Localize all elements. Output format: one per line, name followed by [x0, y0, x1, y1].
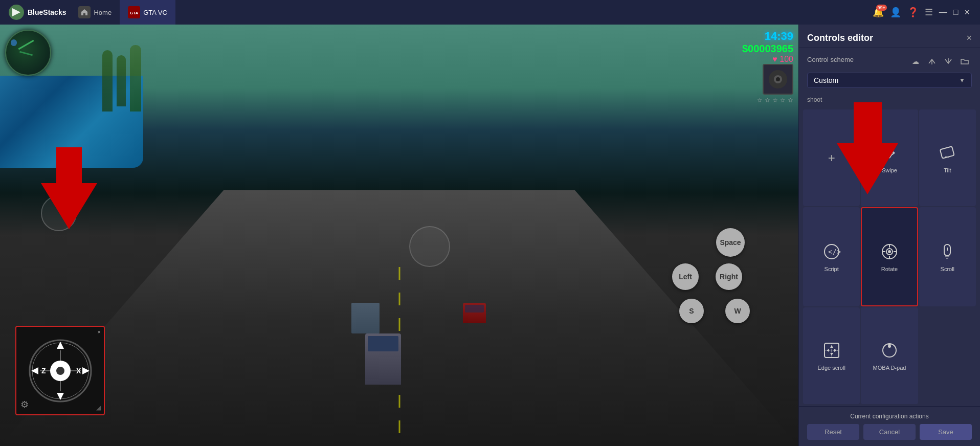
touch-circle-right[interactable] [409, 226, 450, 267]
script-control-item[interactable]: </> Script [803, 207, 860, 306]
save-button[interactable]: Save [920, 424, 972, 440]
hud-money: $00003965 [742, 43, 793, 55]
window-close-button[interactable]: × [964, 7, 970, 18]
control-scheme-section: Control scheme ☁ Custom ▼ [799, 48, 980, 94]
hud-health: ♥ 100 [742, 55, 793, 64]
edge-scroll-icon [821, 340, 842, 361]
home-tab-label: Home [94, 9, 112, 16]
svg-marker-47 [834, 349, 837, 352]
shoot-label: shoot [799, 94, 980, 107]
maximize-button[interactable]: □ [953, 8, 959, 17]
top-bar: BlueStacks Home GTA GTA VC 🔔 99+ 👤 ❓ ☰ —… [0, 0, 980, 25]
panel-close-button[interactable]: × [966, 33, 972, 43]
tab-home[interactable]: Home [70, 0, 120, 25]
left-button[interactable]: Left [672, 263, 699, 290]
home-tab-icon [78, 6, 91, 18]
scroll-control-item[interactable]: Scroll [919, 207, 976, 306]
rotate-close-button[interactable]: × [98, 329, 101, 335]
swipe-label: Swipe [882, 167, 897, 173]
hud-top-right: 14:39 $00003965 ♥ 100 ☆☆☆☆☆ [742, 30, 793, 104]
svg-point-32 [888, 250, 891, 253]
tilt-icon [937, 143, 957, 163]
export-button[interactable] [925, 54, 939, 69]
svg-marker-45 [830, 353, 833, 355]
scroll-label-item: Scroll [941, 266, 955, 272]
svg-point-6 [776, 77, 780, 81]
footer-buttons: Reset Cancel Save [807, 424, 972, 440]
svg-text:GTA: GTA [130, 11, 139, 15]
svg-marker-44 [830, 345, 833, 348]
swipe-control-item[interactable]: Swipe [861, 109, 918, 206]
gta-tab-icon: GTA [128, 6, 140, 18]
w-button[interactable]: W [725, 299, 750, 323]
cancel-button[interactable]: Cancel [863, 424, 916, 440]
wanted-stars: ☆☆☆☆☆ [742, 97, 793, 104]
gta-tab-label: GTA VC [143, 9, 167, 16]
add-control-button[interactable]: + [803, 109, 860, 206]
logo-area: BlueStacks [4, 4, 70, 20]
rotate-control-item[interactable]: Rotate [861, 207, 918, 306]
svg-point-10 [56, 367, 64, 375]
scheme-dropdown[interactable]: Custom ▼ [807, 73, 972, 88]
s-button[interactable]: S [679, 299, 704, 323]
panel-title: Controls editor [807, 33, 873, 43]
add-icon: + [828, 151, 835, 165]
scheme-label: Control scheme [807, 56, 854, 63]
controls-grid: + Swipe [799, 107, 980, 406]
app-name: BlueStacks [28, 8, 66, 16]
tab-gta[interactable]: GTA GTA VC [120, 0, 175, 25]
rotate-wheel-icon: Z X [27, 338, 94, 404]
red-car [463, 303, 486, 323]
panel-header: Controls editor × [799, 25, 980, 48]
rotate-label: Rotate [881, 266, 898, 272]
moba-dpad-control-item[interactable]: MOBA D-pad [861, 307, 918, 404]
minimap: N [5, 30, 51, 76]
script-label: Script [825, 266, 839, 272]
edge-scroll-control-item[interactable]: Edge scroll [803, 307, 860, 404]
panel-footer: Current configuration actions Reset Canc… [799, 406, 980, 446]
rotate-control-overlay: × [15, 326, 105, 415]
swipe-icon [879, 143, 900, 163]
menu-icon[interactable]: ☰ [925, 7, 933, 18]
svg-text:</>: </> [828, 248, 841, 256]
help-icon[interactable]: ❓ [907, 7, 919, 18]
truck-vehicle [351, 303, 380, 333]
van-vehicle [365, 333, 401, 385]
svg-marker-46 [827, 349, 829, 352]
rotate-corner-handle[interactable]: ◢ [96, 404, 101, 411]
account-icon[interactable]: 👤 [890, 7, 901, 18]
top-right-controls: 🔔 99+ 👤 ❓ ☰ — □ × [873, 7, 976, 18]
moba-dpad-icon [879, 340, 900, 361]
svg-text:X: X [76, 367, 81, 375]
save-cloud-button[interactable]: ☁ [908, 54, 923, 69]
moba-dpad-label: MOBA D-pad [873, 365, 906, 371]
folder-button[interactable] [957, 54, 972, 69]
edge-scroll-label: Edge scroll [817, 365, 845, 371]
rotate-settings-icon[interactable]: ⚙ [20, 399, 29, 410]
svg-text:Z: Z [41, 367, 46, 375]
background-scenery [102, 40, 696, 122]
tilt-control-item[interactable]: Tilt [919, 109, 976, 206]
minimize-button[interactable]: — [939, 8, 947, 17]
game-area: N 14:39 $00003965 ♥ 100 ☆☆☆☆☆ Space [0, 25, 798, 446]
space-button[interactable]: Space [716, 228, 745, 257]
scroll-icon [937, 241, 957, 262]
right-button[interactable]: Right [716, 263, 742, 290]
bluestacks-logo-icon [8, 4, 25, 20]
scheme-action-icons: ☁ [908, 54, 972, 69]
main-content: N 14:39 $00003965 ♥ 100 ☆☆☆☆☆ Space [0, 25, 980, 446]
notification-bell[interactable]: 🔔 99+ [873, 7, 884, 18]
scheme-value: Custom [814, 76, 838, 84]
reset-button[interactable]: Reset [807, 424, 859, 440]
hud-time: 14:39 [765, 30, 793, 42]
rotate-icon [879, 241, 900, 262]
dropdown-arrow-icon: ▼ [959, 77, 965, 84]
notification-badge: 99+ [876, 5, 887, 11]
weapon-icon [763, 64, 793, 95]
red-arrow-left [41, 147, 97, 229]
script-icon: </> [821, 241, 842, 262]
footer-title: Current configuration actions [807, 413, 972, 420]
controls-editor-panel: Controls editor × Control scheme ☁ [798, 25, 980, 446]
import-button[interactable] [941, 54, 955, 69]
tilt-label: Tilt [944, 167, 951, 173]
